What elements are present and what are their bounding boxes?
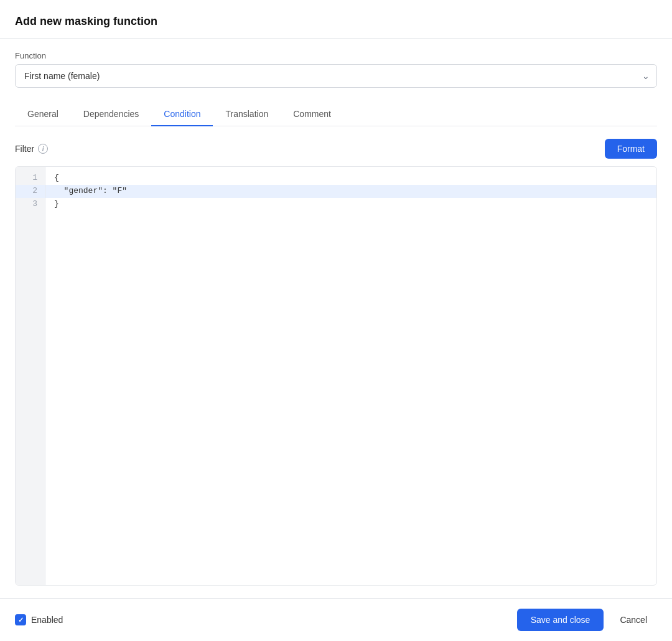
cancel-button[interactable]: Cancel — [610, 609, 657, 631]
format-button[interactable]: Format — [605, 139, 657, 159]
footer-actions: Save and close Cancel — [517, 609, 657, 631]
line-numbers: 1 2 3 — [16, 167, 45, 585]
code-editor[interactable]: 1 2 3 { "gender": "F" } — [15, 166, 657, 586]
function-select-wrapper: First name (female) ⌄ — [15, 64, 657, 88]
function-select[interactable]: First name (female) — [15, 64, 657, 88]
filter-row: Filter i Format — [15, 139, 657, 159]
function-field-label: Function — [15, 51, 657, 60]
tab-dependencies[interactable]: Dependencies — [71, 103, 152, 126]
code-line-2: "gender": "F" — [45, 185, 656, 198]
line-number-2: 2 — [16, 185, 45, 198]
tabs-nav: General Dependencies Condition Translati… — [15, 103, 657, 126]
code-line-1: { — [45, 172, 656, 185]
enabled-checkbox[interactable]: ✓ — [15, 614, 26, 625]
filter-text: Filter — [15, 144, 34, 154]
code-line-3: } — [45, 198, 656, 211]
tab-comment[interactable]: Comment — [281, 103, 343, 126]
line-number-3: 3 — [16, 198, 45, 211]
modal-footer: ✓ Enabled Save and close Cancel — [0, 598, 672, 641]
modal-header: Add new masking function — [0, 0, 672, 39]
tab-general[interactable]: General — [15, 103, 71, 126]
info-icon[interactable]: i — [38, 144, 48, 154]
enabled-checkbox-label[interactable]: ✓ Enabled — [15, 614, 63, 625]
tab-condition[interactable]: Condition — [151, 103, 213, 126]
filter-label: Filter i — [15, 144, 48, 154]
modal-body: Function First name (female) ⌄ General D… — [0, 39, 672, 598]
save-close-button[interactable]: Save and close — [517, 609, 604, 631]
code-content[interactable]: { "gender": "F" } — [45, 167, 656, 585]
tab-translation[interactable]: Translation — [213, 103, 281, 126]
line-number-1: 1 — [16, 172, 45, 185]
enabled-label: Enabled — [31, 615, 63, 625]
checkmark-icon: ✓ — [18, 616, 24, 624]
modal: Add new masking function Function First … — [0, 0, 672, 641]
modal-title: Add new masking function — [15, 15, 657, 28]
